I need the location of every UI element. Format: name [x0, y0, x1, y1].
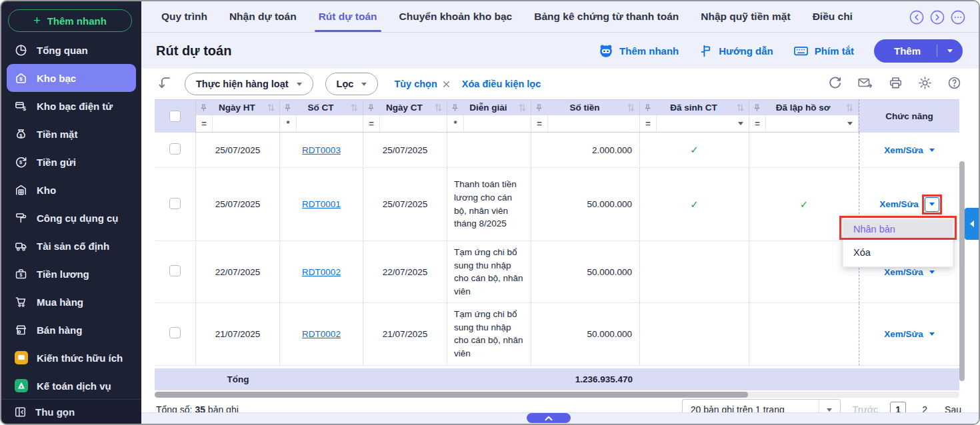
header-action-them-nhanh[interactable]: Thêm nhanh — [599, 43, 679, 58]
close-icon[interactable] — [443, 81, 450, 88]
pin-icon — [368, 104, 374, 112]
filter-operator[interactable]: = — [640, 115, 657, 132]
header-action-huong-dan[interactable]: Hướng dẫn — [699, 44, 773, 58]
menu-item-xoa[interactable]: Xóa — [843, 242, 953, 262]
sidebar-item-mua-hang[interactable]: Mua hàng — [1, 288, 141, 316]
document-link[interactable]: RDT0002 — [302, 267, 341, 277]
print-icon[interactable] — [889, 76, 903, 92]
dropdown-caret-icon[interactable] — [929, 332, 935, 336]
tab-chuyen-khoan-kho-bac[interactable]: Chuyển khoản kho bạc — [399, 1, 513, 32]
view-edit-link[interactable]: Xem/Sửa — [884, 145, 923, 155]
column-header-ngay-ht[interactable]: Ngày HT — [196, 99, 280, 115]
sidebar-item-kien-thuc-huu-ich[interactable]: Kiến thức hữu ích — [1, 344, 141, 372]
refresh-icon[interactable] — [828, 76, 842, 92]
sidebar-item-tai-san-co-dinh[interactable]: Tài sản cố định — [1, 232, 141, 260]
quick-add-button[interactable]: + Thêm nhanh — [8, 9, 132, 32]
cell-dien-giai: Tạm ứng chi bổ sung thu nhập cho cán bộ,… — [447, 241, 531, 303]
row-checkbox[interactable] — [169, 198, 181, 209]
dropdown-caret-icon[interactable] — [929, 270, 935, 274]
column-header-ngay-ct[interactable]: Ngày CT — [363, 99, 447, 115]
sidebar-item-tien-mat[interactable]: $Tiền mặt — [1, 120, 141, 148]
filter-so-tien[interactable]: = — [531, 115, 640, 133]
column-header-so-ct[interactable]: Số CT — [280, 99, 363, 115]
filter-dropdown[interactable]: Lọc — [325, 73, 379, 95]
view-edit-link[interactable]: Xem/Sửa — [879, 199, 919, 209]
sort-order-icon[interactable] — [156, 75, 173, 93]
sidebar-item-kho[interactable]: Kho — [1, 176, 141, 204]
filter-ngay-ht[interactable]: = — [196, 115, 280, 133]
side-panel-toggle[interactable] — [965, 208, 979, 240]
filter-ngay-ct[interactable]: = — [363, 115, 447, 133]
pin-icon — [285, 104, 291, 112]
sidebar-item-tien-gui[interactable]: $Tiền gửi — [1, 148, 141, 176]
row-checkbox[interactable] — [169, 265, 181, 276]
action-dropdown-button[interactable] — [925, 197, 939, 212]
sidebar-item-kho-bac-dien-tu[interactable]: $Kho bạc điện tử — [1, 92, 141, 120]
sidebar-item-label: Kho bạc — [37, 73, 76, 84]
document-link[interactable]: RDT0002 — [302, 329, 341, 339]
column-label: Đã sinh CT — [653, 103, 734, 113]
tab-label: Rút dự toán — [319, 11, 377, 23]
app-window: + Thêm nhanh Tổng quan$Kho bạc$Kho bạc đ… — [0, 0, 980, 425]
sidebar-item-kho-bac[interactable]: $Kho bạc — [7, 64, 136, 92]
column-header-so-tien[interactable]: Số tiền — [531, 99, 640, 115]
header-action-phim-tat[interactable]: Phím tắt — [793, 43, 854, 59]
mail-icon[interactable] — [857, 77, 873, 92]
filter-option-chip[interactable]: Tùy chọn — [394, 79, 449, 89]
vertical-scrollbar-thumb[interactable] — [959, 161, 965, 381]
filter-operator[interactable]: = — [531, 115, 548, 132]
column-header-da-sinh-ct[interactable]: Đã sinh CT — [640, 99, 749, 115]
batch-action-dropdown[interactable]: Thực hiện hàng loạt — [185, 73, 313, 95]
sidebar-nav: Tổng quan$Kho bạc$Kho bạc điện tử$Tiền m… — [1, 36, 141, 400]
row-checkbox[interactable] — [169, 143, 181, 155]
column-header-dien-giai[interactable]: Diễn giải — [447, 99, 531, 115]
filter-operator[interactable]: * — [447, 115, 464, 132]
horizontal-scrollbar-thumb[interactable] — [155, 392, 748, 398]
sidebar-item-tien-luong[interactable]: $Tiền lương — [1, 260, 141, 288]
sidebar-item-ke-toan-dich-vu[interactable]: Kế toán dịch vụ — [1, 372, 141, 400]
add-button[interactable]: Thêm — [874, 39, 963, 63]
sidebar-item-cong-cu-dung-cu[interactable]: Công cụ dụng cụ — [1, 204, 141, 232]
filter-so-ct[interactable]: * — [280, 115, 363, 133]
filter-dien-giai[interactable]: * — [447, 115, 531, 133]
filter-dropdown-caret[interactable] — [738, 122, 749, 125]
sidebar-item-ban-hang[interactable]: Bán hàng — [1, 316, 141, 344]
more-icon[interactable] — [951, 10, 965, 27]
clear-filter-link[interactable]: Xóa điều kiện lọc — [462, 79, 541, 89]
view-edit-link[interactable]: Xem/Sửa — [884, 267, 923, 277]
svg-text:$: $ — [20, 133, 23, 138]
chevron-left-icon[interactable] — [909, 10, 924, 27]
filter-operator[interactable]: = — [196, 115, 213, 132]
tab-quy-trinh[interactable]: Quy trình — [161, 1, 207, 32]
column-header-da-lap-ho-so[interactable]: Đã lập hồ sơ — [749, 99, 859, 115]
description-text: Tạm ứng chi bổ sung thu nhập cho cán bộ,… — [454, 309, 523, 358]
document-link[interactable]: RDT0001 — [302, 199, 341, 209]
filter-dropdown-caret[interactable] — [847, 122, 858, 125]
tab-dieu-chi[interactable]: Điều chi — [813, 1, 853, 32]
sidebar-item-tong-quan[interactable]: Tổng quan — [1, 36, 141, 64]
row-checkbox[interactable] — [169, 327, 181, 338]
tab-nhap-quy-tien-mat[interactable]: Nhập quỹ tiền mặt — [701, 1, 790, 32]
tab-nhan-du-toan[interactable]: Nhận dự toán — [229, 1, 297, 32]
chevron-right-icon[interactable] — [930, 10, 945, 27]
filter-da-lap-ho-so[interactable]: = — [749, 115, 859, 133]
pin-icon — [452, 104, 458, 112]
filter-operator[interactable]: = — [363, 115, 380, 132]
help-icon[interactable] — [947, 76, 961, 92]
view-edit-link[interactable]: Xem/Sửa — [884, 329, 923, 339]
add-button-caret[interactable] — [937, 49, 963, 53]
dropdown-caret-icon[interactable] — [929, 149, 935, 152]
select-all-checkbox[interactable] — [169, 111, 181, 122]
filter-operator[interactable]: * — [280, 115, 297, 132]
collapse-panel-up-button[interactable] — [527, 413, 571, 423]
cell-so-ct: RDT0002 — [280, 241, 363, 303]
gear-icon[interactable] — [918, 76, 932, 92]
document-link[interactable]: RDT0003 — [302, 145, 341, 155]
total-label: Tổng — [227, 374, 249, 384]
filter-operator[interactable]: = — [749, 115, 766, 132]
filter-da-sinh-ct[interactable]: = — [640, 115, 749, 133]
menu-item-nhan-ban[interactable]: Nhân bản — [843, 219, 953, 238]
tab-bang-ke-chung-tu-thanh-toan[interactable]: Bảng kê chứng từ thanh toán — [534, 1, 679, 32]
tab-rut-du-toan[interactable]: Rút dự toán — [319, 1, 377, 32]
sidebar-collapse-button[interactable]: Thu gọn — [1, 399, 141, 424]
